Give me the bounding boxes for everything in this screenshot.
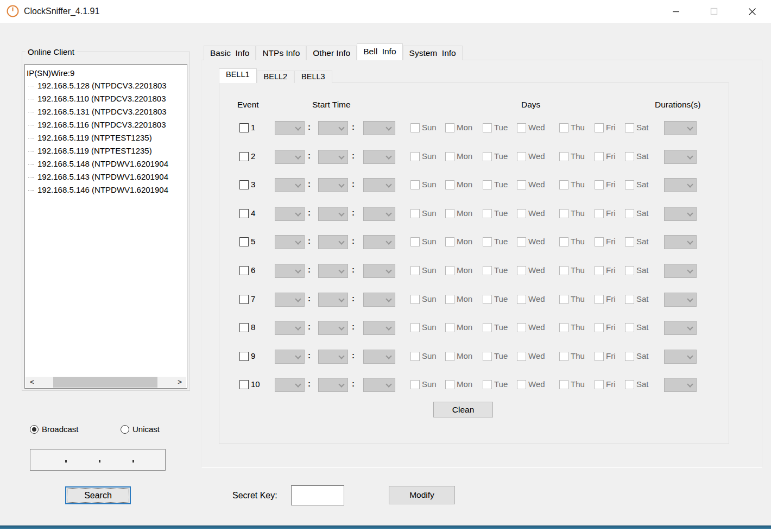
hour-select[interactable] xyxy=(275,121,305,135)
day-tue-checkbox[interactable] xyxy=(483,180,492,189)
day-thu-checkbox[interactable] xyxy=(559,123,568,132)
client-list-item[interactable]: 192.168.5.119 (NTPTEST1235) xyxy=(27,131,187,144)
hour-select[interactable] xyxy=(275,350,305,364)
broadcast-option[interactable]: Broadcast xyxy=(30,425,79,434)
event-2-checkbox[interactable] xyxy=(239,152,249,161)
day-thu-checkbox[interactable] xyxy=(559,380,568,389)
client-list-item[interactable]: 192.168.5.148 (NTPDWV1.6201904 xyxy=(27,157,187,170)
duration-select[interactable] xyxy=(664,321,697,335)
minute-select[interactable] xyxy=(318,150,348,164)
second-select[interactable] xyxy=(363,293,395,307)
subtab-bell1[interactable]: BELL1 xyxy=(219,68,257,83)
day-thu-checkbox[interactable] xyxy=(559,180,568,189)
event-6-checkbox[interactable] xyxy=(239,266,249,275)
day-sun-checkbox[interactable] xyxy=(410,323,420,332)
second-select[interactable] xyxy=(363,150,395,164)
second-select[interactable] xyxy=(363,350,395,364)
day-sun-checkbox[interactable] xyxy=(410,237,420,246)
day-wed-checkbox[interactable] xyxy=(517,237,526,246)
day-wed-checkbox[interactable] xyxy=(517,180,526,189)
day-wed-checkbox[interactable] xyxy=(517,295,526,304)
minute-select[interactable] xyxy=(318,321,348,335)
second-select[interactable] xyxy=(363,378,395,392)
tab-other-info[interactable]: Other Info xyxy=(306,46,357,60)
unicast-radio[interactable] xyxy=(121,425,129,434)
duration-select[interactable] xyxy=(664,264,697,278)
day-fri-checkbox[interactable] xyxy=(595,180,604,189)
day-mon-checkbox[interactable] xyxy=(445,380,454,389)
day-sun-checkbox[interactable] xyxy=(410,180,420,189)
day-sat-checkbox[interactable] xyxy=(625,123,634,132)
ip-address-input[interactable] xyxy=(30,449,166,471)
broadcast-radio[interactable] xyxy=(30,425,39,434)
duration-select[interactable] xyxy=(664,378,697,392)
hour-select[interactable] xyxy=(275,264,305,278)
duration-select[interactable] xyxy=(664,207,697,221)
client-list-item[interactable]: 192.168.5.143 (NTPDWV1.6201904 xyxy=(27,170,187,183)
minute-select[interactable] xyxy=(318,178,348,192)
day-mon-checkbox[interactable] xyxy=(445,266,454,275)
client-tree-root[interactable]: IP(SN)Wire:9 xyxy=(27,67,187,79)
day-thu-checkbox[interactable] xyxy=(559,266,568,275)
day-mon-checkbox[interactable] xyxy=(445,152,454,161)
event-9-checkbox[interactable] xyxy=(239,352,249,361)
tab-system-info[interactable]: System Info xyxy=(403,46,463,60)
second-select[interactable] xyxy=(363,235,395,249)
maximize-button[interactable] xyxy=(702,0,726,23)
duration-select[interactable] xyxy=(664,350,697,364)
day-wed-checkbox[interactable] xyxy=(517,323,526,332)
day-tue-checkbox[interactable] xyxy=(483,380,492,389)
client-listbox[interactable]: IP(SN)Wire:9192.168.5.128 (NTPDCV3.22018… xyxy=(24,64,187,389)
day-sat-checkbox[interactable] xyxy=(625,352,634,361)
day-fri-checkbox[interactable] xyxy=(595,209,604,218)
day-fri-checkbox[interactable] xyxy=(595,152,604,161)
day-mon-checkbox[interactable] xyxy=(445,295,454,304)
day-mon-checkbox[interactable] xyxy=(445,180,454,189)
second-select[interactable] xyxy=(363,178,395,192)
close-button[interactable] xyxy=(740,0,764,23)
day-thu-checkbox[interactable] xyxy=(559,352,568,361)
day-sun-checkbox[interactable] xyxy=(410,123,420,132)
client-list-item[interactable]: 192.168.5.110 (NTPDCV3.2201803 xyxy=(27,92,187,105)
day-fri-checkbox[interactable] xyxy=(595,123,604,132)
day-sun-checkbox[interactable] xyxy=(410,209,420,218)
day-tue-checkbox[interactable] xyxy=(483,323,492,332)
day-thu-checkbox[interactable] xyxy=(559,295,568,304)
event-3-checkbox[interactable] xyxy=(239,180,249,189)
tab-bell-info[interactable]: Bell Info xyxy=(357,43,402,60)
client-list-item[interactable]: 192.168.5.128 (NTPDCV3.2201803 xyxy=(27,79,187,92)
day-sun-checkbox[interactable] xyxy=(410,152,420,161)
hour-select[interactable] xyxy=(275,178,305,192)
day-thu-checkbox[interactable] xyxy=(559,152,568,161)
subtab-bell3[interactable]: BELL3 xyxy=(294,71,332,83)
day-mon-checkbox[interactable] xyxy=(445,323,454,332)
event-4-checkbox[interactable] xyxy=(239,209,249,218)
day-tue-checkbox[interactable] xyxy=(483,295,492,304)
subtab-bell2[interactable]: BELL2 xyxy=(257,71,295,83)
day-tue-checkbox[interactable] xyxy=(483,237,492,246)
duration-select[interactable] xyxy=(664,235,697,249)
scroll-left-icon[interactable]: < xyxy=(26,377,39,388)
minute-select[interactable] xyxy=(318,207,348,221)
tab-basic-info[interactable]: Basic Info xyxy=(204,46,256,60)
duration-select[interactable] xyxy=(664,150,697,164)
clean-button[interactable]: Clean xyxy=(433,402,493,417)
second-select[interactable] xyxy=(363,264,395,278)
day-sun-checkbox[interactable] xyxy=(410,380,420,389)
day-sat-checkbox[interactable] xyxy=(625,152,634,161)
day-thu-checkbox[interactable] xyxy=(559,237,568,246)
day-fri-checkbox[interactable] xyxy=(595,237,604,246)
day-sat-checkbox[interactable] xyxy=(625,323,634,332)
day-sun-checkbox[interactable] xyxy=(410,295,420,304)
scrollbar-thumb[interactable] xyxy=(53,377,157,388)
scroll-right-icon[interactable]: > xyxy=(173,377,186,388)
client-list-item[interactable]: 192.168.5.131 (NTPDCV3.2201803 xyxy=(27,105,187,118)
day-mon-checkbox[interactable] xyxy=(445,209,454,218)
day-sat-checkbox[interactable] xyxy=(625,266,634,275)
client-list-item[interactable]: 192.168.5.119 (NTPTEST1235) xyxy=(27,144,187,157)
event-10-checkbox[interactable] xyxy=(239,380,249,389)
hour-select[interactable] xyxy=(275,378,305,392)
minute-select[interactable] xyxy=(318,235,348,249)
day-fri-checkbox[interactable] xyxy=(595,266,604,275)
day-wed-checkbox[interactable] xyxy=(517,123,526,132)
